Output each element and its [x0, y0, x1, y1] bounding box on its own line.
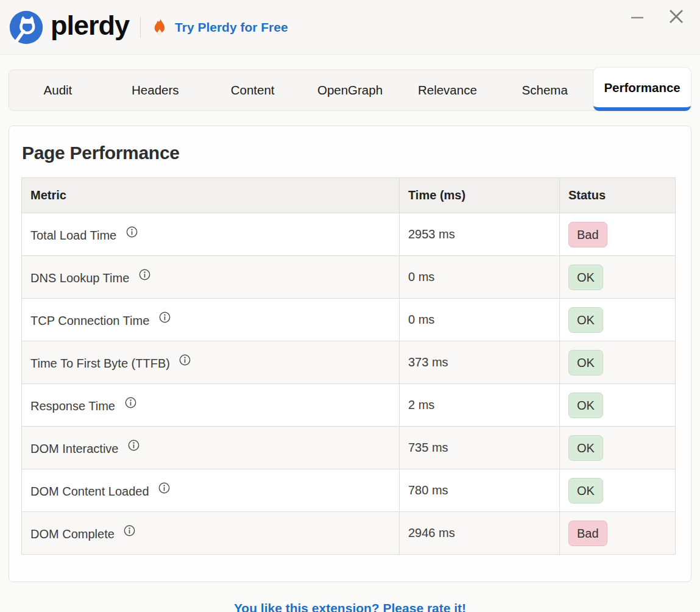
metric-time: 0 ms: [400, 299, 560, 341]
status-badge: Bad: [568, 521, 607, 546]
metric-time: 780 ms: [400, 469, 560, 512]
app-header: plerdy Try Plerdy for Free: [0, 0, 700, 55]
status-badge: OK: [568, 478, 603, 503]
info-icon[interactable]: [176, 355, 191, 368]
metric-time: 0 ms: [400, 256, 560, 299]
page-title: Page Performance: [22, 143, 679, 163]
metrics-table-body: Total Load Time 2953 ms Bad DNS Lookup T…: [22, 213, 676, 555]
table-row: DNS Lookup Time 0 ms OK: [22, 256, 676, 299]
info-icon[interactable]: [124, 440, 140, 454]
table-row: Time To First Byte (TTFB) 373 ms OK: [22, 341, 676, 384]
plerdy-logo-icon: [9, 10, 44, 45]
metric-label: DOM Complete: [30, 527, 115, 541]
metric-label: TCP Connection Time: [30, 314, 149, 327]
minimize-button[interactable]: [627, 6, 648, 27]
info-icon[interactable]: [155, 312, 171, 326]
status-badge: OK: [568, 393, 603, 418]
metric-label: Total Load Time: [30, 229, 116, 242]
table-row: Response Time 2 ms OK: [22, 384, 676, 427]
tab-headers[interactable]: Headers: [107, 70, 204, 110]
column-header-metric: Metric: [22, 178, 400, 213]
metric-label: DOM Content Loaded: [30, 485, 149, 498]
status-badge: OK: [568, 307, 603, 333]
info-icon[interactable]: [121, 525, 136, 539]
tab-performance[interactable]: Performance: [593, 68, 691, 111]
tab-opengraph[interactable]: OpenGraph: [302, 70, 399, 110]
info-icon[interactable]: [122, 227, 138, 240]
tab-audit[interactable]: Audit: [9, 70, 107, 110]
metric-label: Time To First Byte (TTFB): [30, 357, 170, 370]
flame-icon: [153, 18, 168, 37]
metrics-table: Metric Time (ms) Status Total Load Time …: [21, 177, 676, 555]
status-badge: OK: [568, 265, 603, 290]
metric-time: 2 ms: [400, 384, 560, 427]
rate-extension-link[interactable]: You like this extension? Please rate it!: [0, 601, 700, 612]
column-header-time: Time (ms): [400, 178, 560, 213]
metric-label: Response Time: [30, 399, 115, 413]
tab-schema[interactable]: Schema: [496, 70, 593, 110]
table-header-row: Metric Time (ms) Status: [22, 178, 676, 213]
table-row: DOM Interactive 735 ms OK: [22, 427, 676, 469]
tab-relevance[interactable]: Relevance: [398, 70, 496, 110]
info-icon[interactable]: [155, 483, 171, 496]
metric-time: 2946 ms: [400, 512, 560, 555]
window-controls: [627, 6, 687, 27]
table-row: DOM Complete 2946 ms Bad: [22, 512, 676, 555]
status-badge: OK: [568, 435, 603, 461]
tab-content[interactable]: Content: [204, 70, 302, 110]
try-plerdy-link[interactable]: Try Plerdy for Free: [175, 20, 288, 35]
column-header-status: Status: [560, 178, 676, 213]
table-row: Total Load Time 2953 ms Bad: [22, 213, 676, 256]
brand-wordmark: plerdy: [51, 12, 129, 43]
metric-time: 373 ms: [400, 341, 560, 384]
table-row: DOM Content Loaded 780 ms OK: [22, 469, 676, 512]
close-button[interactable]: [666, 6, 687, 27]
status-badge: Bad: [568, 222, 607, 247]
metric-time: 735 ms: [400, 427, 560, 469]
metric-label: DNS Lookup Time: [30, 271, 129, 285]
metric-time: 2953 ms: [400, 213, 560, 256]
status-badge: OK: [568, 350, 603, 375]
performance-panel: Page Performance Metric Time (ms) Status…: [9, 126, 691, 582]
info-icon[interactable]: [135, 269, 150, 283]
tab-bar: AuditHeadersContentOpenGraphRelevanceSch…: [9, 69, 691, 111]
header-divider: [140, 17, 141, 38]
table-row: TCP Connection Time 0 ms OK: [22, 299, 676, 341]
info-icon[interactable]: [121, 397, 136, 411]
metric-label: DOM Interactive: [30, 442, 118, 455]
